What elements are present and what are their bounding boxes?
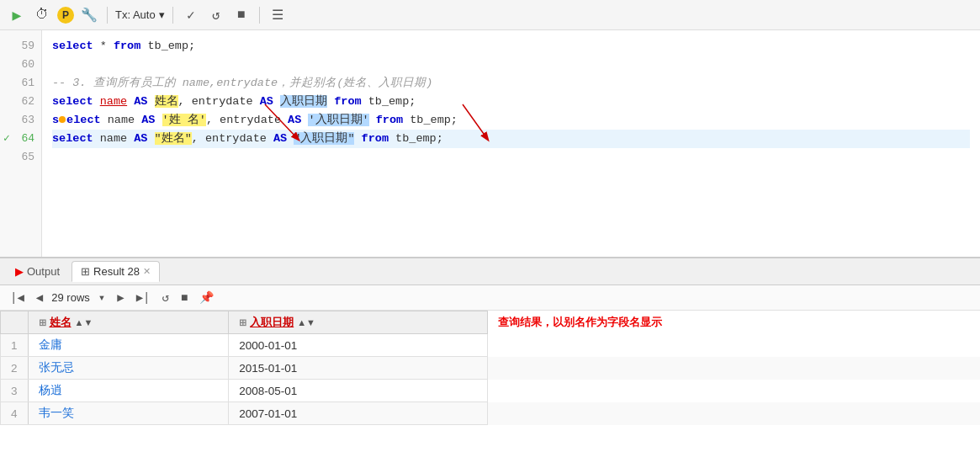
separator-2 [172,7,173,24]
list-button[interactable]: ☰ [268,5,288,25]
tab-output[interactable]: ▶ Output [7,262,68,281]
name-link-2[interactable]: 张无忌 [39,361,74,374]
row-name-2: 张无忌 [28,357,229,380]
first-page-button[interactable]: |◀ [7,289,28,306]
col-header-index [1,311,29,334]
separator-1 [107,7,108,24]
sort-icon-entrydate[interactable]: ▲▼ [297,317,315,327]
rows-info: 29 rows [51,291,90,304]
row-index-4: 4 [1,402,29,425]
row-extra-1 [488,334,980,357]
table-row: 1 金庸 2000-01-01 [1,334,980,357]
p-button[interactable]: P [57,7,74,24]
row-index-1: 1 [1,334,29,357]
run-button[interactable]: ▶ [7,5,27,25]
col-header-entrydate: ⊞ 入职日期 ▲▼ [229,311,488,334]
results-table: ⊞ 姓名 ▲▼ [0,311,980,468]
code-line-61: -- 3. 查询所有员工的 name,entrydate，并起别名(姓名、入职日… [52,74,970,93]
row-name-1: 金庸 [28,334,229,357]
col-entrydate-label: 入职日期 [250,315,294,330]
editor-area: 59 60 61 62 63 ✓64 65 select * from tb_e… [0,30,980,258]
col-header-name: ⊞ 姓名 ▲▼ [28,311,229,334]
line-num-62: 62 [0,93,41,111]
code-line-59: select * from tb_emp; [52,37,970,56]
result-tab-label: Result 28 [93,265,140,278]
row-date-3: 2008-05-01 [229,380,488,402]
prev-page-button[interactable]: ◀ [33,289,46,306]
line-num-64: ✓64 [0,130,41,148]
line-num-65: 65 [0,148,41,167]
stop-button[interactable]: ■ [231,5,252,25]
code-line-65 [52,148,970,167]
annotation-text: 查询结果，以别名作为字段名显示 [498,316,662,328]
col-name-label: 姓名 [50,315,72,330]
row-date-1: 2000-01-01 [229,334,488,357]
table-header-row: ⊞ 姓名 ▲▼ [1,311,980,334]
rows-dropdown-button[interactable]: ▾ [95,289,109,306]
row-date-4: 2007-01-01 [229,402,488,425]
col-icon-entrydate: ⊞ [239,317,246,328]
line-num-59: 59 [0,37,41,56]
tab-result28[interactable]: ⊞ Result 28 ✕ [72,261,160,282]
output-icon: ▶ [15,265,24,278]
tx-label: Tx: Auto [115,8,156,21]
name-link-3[interactable]: 杨逍 [39,384,62,396]
row-name-3: 杨逍 [28,380,229,402]
wrench-button[interactable]: 🔧 [79,5,99,25]
code-line-60 [52,56,970,74]
stop-result-button[interactable]: ■ [177,290,191,306]
table-body: 1 金庸 2000-01-01 2 张无忌 2015-01-01 3 杨逍 20… [1,334,980,425]
bottom-panel: ▶ Output ⊞ Result 28 ✕ |◀ ◀ 29 rows ▾ ▶ … [0,258,980,468]
last-page-button[interactable]: ▶| [133,289,154,306]
undo-button[interactable]: ↺ [206,5,226,25]
col-header-annotation: 查询结果，以别名作为字段名显示 [488,311,980,334]
col-icon-name: ⊞ [39,317,46,328]
row-index-3: 3 [1,380,29,402]
row-extra-4 [488,402,980,425]
check-button[interactable]: ✓ [181,5,201,25]
table-row: 4 韦一笑 2007-01-01 [1,402,980,425]
code-content[interactable]: select * from tb_emp; -- 3. 查询所有员工的 name… [42,30,980,173]
data-table: ⊞ 姓名 ▲▼ [0,311,980,425]
row-index-2: 2 [1,357,29,380]
tx-selector[interactable]: Tx: Auto ▾ [115,8,165,21]
tab-close-icon[interactable]: ✕ [143,266,151,277]
name-link-4[interactable]: 韦一笑 [39,407,74,419]
name-link-1[interactable]: 金庸 [39,338,62,351]
code-line-62: select name AS 姓名, entrydate AS 入职日期 fro… [52,93,970,111]
line-num-61: 61 [0,74,41,93]
line-numbers: 59 60 61 62 63 ✓64 65 [0,30,42,257]
output-tab-label: Output [27,265,60,278]
pin-button[interactable]: 📌 [196,289,217,306]
table-row: 2 张无忌 2015-01-01 [1,357,980,380]
separator-3 [259,7,260,24]
clock-button[interactable]: ⏱ [32,5,52,25]
line-num-60: 60 [0,56,41,74]
line-num-63: 63 [0,111,41,130]
rows-count: 29 rows [51,291,90,304]
row-extra-2 [488,357,980,380]
next-page-button[interactable]: ▶ [114,289,127,306]
panel-tabs: ▶ Output ⊞ Result 28 ✕ [0,258,980,285]
toolbar: ▶ ⏱ P 🔧 Tx: Auto ▾ ✓ ↺ ■ ☰ [0,0,980,30]
code-line-63: select name AS '姓 名', entrydate AS '入职日期… [52,111,970,130]
editor-wrapper: select * from tb_emp; -- 3. 查询所有员工的 name… [42,30,980,257]
code-line-64: select name AS "姓名", entrydate AS "入职日期"… [52,130,970,148]
refresh-button[interactable]: ↺ [159,289,172,306]
row-date-2: 2015-01-01 [229,357,488,380]
panel-toolbar: |◀ ◀ 29 rows ▾ ▶ ▶| ↺ ■ 📌 [0,285,980,311]
sort-icon-name[interactable]: ▲▼ [75,317,93,327]
table-row: 3 杨逍 2008-05-01 [1,380,980,402]
row-extra-3 [488,380,980,402]
row-name-4: 韦一笑 [28,402,229,425]
chevron-down-icon: ▾ [159,8,165,21]
result-icon: ⊞ [81,265,90,278]
